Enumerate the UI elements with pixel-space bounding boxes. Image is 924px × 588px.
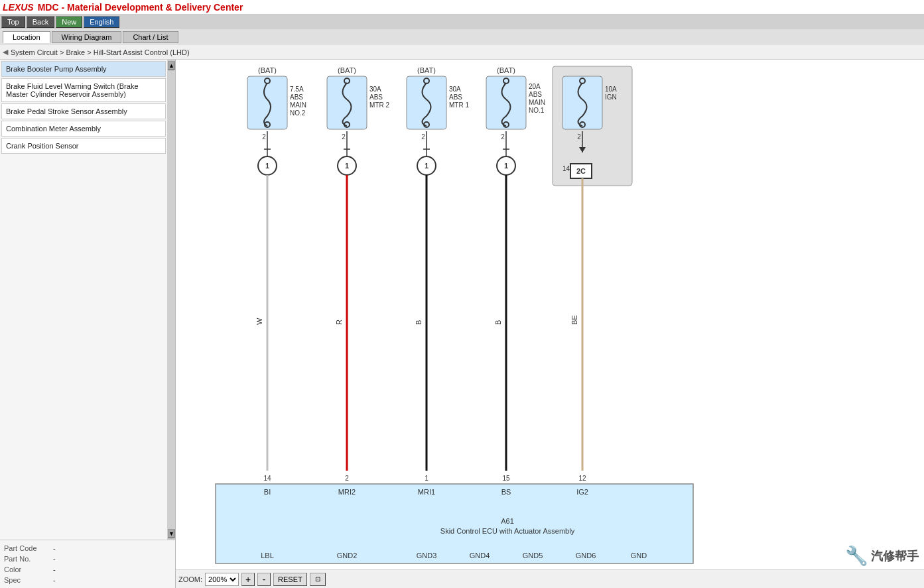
info-panel: Part Code - Part No. - Color - Spec - (0, 540, 175, 588)
back-button[interactable]: Back (27, 16, 54, 28)
sidebar: Brake Booster Pump Assembly Brake Fluid … (0, 60, 176, 588)
sidebar-scroll-up[interactable]: ▲ (168, 61, 174, 70)
svg-text:GND5: GND5 (523, 552, 543, 559)
spec-label: Spec (4, 576, 50, 584)
svg-text:GND2: GND2 (337, 552, 358, 559)
part-code-value: - (53, 544, 56, 552)
sidebar-list: Brake Booster Pump Assembly Brake Fluid … (0, 60, 167, 540)
svg-text:(BAT): (BAT) (497, 66, 515, 74)
svg-text:LBL: LBL (261, 552, 274, 559)
fuse-group-2: (BAT) 30A ABS MTR 2 2 1 R 2 (327, 66, 389, 482)
svg-text:MRI2: MRI2 (338, 488, 356, 496)
color-value: - (53, 565, 56, 573)
svg-text:2: 2 (342, 133, 346, 141)
svg-text:Skid Control ECU with Actuator: Skid Control ECU with Actuator Assembly (440, 527, 575, 535)
header: LEXUS MDC - Material Development & Deliv… (0, 0, 924, 15)
app-title: MDC - Material Development & Delivery Ce… (38, 2, 243, 13)
svg-text:1: 1 (425, 475, 429, 482)
sidebar-scrollbar: ▲ ▼ (167, 60, 175, 540)
fuse-group-5: (IG) 10A IGN 2 14 2C BE 12 (553, 66, 632, 482)
zoom-label: ZOOM: (178, 575, 202, 583)
svg-text:(BAT): (BAT) (417, 66, 436, 74)
svg-text:2: 2 (501, 133, 505, 141)
svg-text:14: 14 (562, 165, 570, 172)
svg-text:1: 1 (425, 162, 429, 170)
svg-text:ABS: ABS (290, 93, 303, 101)
zoom-select[interactable]: 200% 150% 100% 75% 50% (205, 573, 239, 586)
watermark-icon: 🔧 (845, 545, 868, 567)
part-code-label: Part Code (4, 544, 50, 552)
svg-text:2C: 2C (576, 167, 586, 175)
location-tab[interactable]: Location (3, 31, 50, 43)
zoom-out-button[interactable]: - (257, 573, 271, 586)
svg-text:(BAT): (BAT) (258, 66, 277, 74)
sidebar-item-crank-position[interactable]: Crank Position Sensor (1, 138, 166, 154)
svg-text:R: R (335, 320, 343, 325)
reset-button[interactable]: RESET (273, 573, 307, 586)
zoom-in-button[interactable]: + (241, 573, 255, 586)
svg-text:GND3: GND3 (417, 552, 437, 559)
svg-text:1: 1 (504, 162, 508, 170)
svg-text:BI: BI (264, 488, 271, 496)
svg-text:MTR 1: MTR 1 (449, 101, 469, 109)
sidebar-item-brake-fluid[interactable]: Brake Fluid Level Warning Switch (Brake … (1, 78, 166, 102)
sidebar-item-brake-booster[interactable]: Brake Booster Pump Assembly (1, 61, 166, 77)
watermark: 🔧 汽修帮手 (845, 545, 919, 567)
spec-value: - (53, 576, 56, 584)
svg-text:1: 1 (265, 162, 269, 170)
svg-text:2: 2 (577, 133, 581, 141)
sidebar-item-brake-pedal[interactable]: Brake Pedal Stroke Sensor Assembly (1, 103, 166, 119)
toolbar: Top Back New English (0, 15, 924, 29)
svg-text:2: 2 (262, 133, 266, 141)
breadcrumb-text: System Circuit > Brake > Hill-Start Assi… (11, 48, 190, 56)
svg-rect-82 (216, 484, 693, 563)
nav-tabs: Location Wiring Diagram Chart / List (0, 29, 924, 45)
bottom-bar: ZOOM: 200% 150% 100% 75% 50% + - RESET ⊡ (176, 569, 924, 588)
svg-text:30A: 30A (449, 86, 461, 93)
svg-text:A61: A61 (501, 517, 514, 525)
breadcrumb: ◀ System Circuit > Brake > Hill-Start As… (0, 45, 924, 60)
svg-text:MAIN: MAIN (290, 101, 306, 109)
svg-text:30A: 30A (369, 86, 381, 93)
main-layout: Brake Booster Pump Assembly Brake Fluid … (0, 60, 924, 588)
fuse-group-3: (BAT) 30A ABS MTR 1 2 1 B 1 (407, 66, 469, 482)
svg-text:MRI1: MRI1 (418, 488, 435, 496)
watermark-text: 汽修帮手 (871, 548, 919, 564)
svg-text:7.5A: 7.5A (290, 86, 304, 93)
fuse-group-1: (BAT) 7.5A ABS MAIN NO.2 2 1 (247, 66, 306, 482)
part-no-label: Part No. (4, 555, 50, 563)
sidebar-item-combination-meter[interactable]: Combination Meter Assembly (1, 121, 166, 137)
new-button[interactable]: New (56, 16, 82, 28)
svg-text:BS: BS (501, 488, 511, 496)
svg-text:GND: GND (631, 552, 647, 559)
breadcrumb-arrow: ◀ (3, 48, 8, 56)
svg-text:ABS: ABS (449, 93, 462, 101)
svg-text:NO.1: NO.1 (529, 107, 545, 114)
logo: LEXUS (3, 2, 34, 13)
wiring-diagram-tab[interactable]: Wiring Diagram (52, 31, 122, 43)
sidebar-scroll-down[interactable]: ▼ (168, 529, 174, 538)
svg-text:IG2: IG2 (576, 488, 588, 496)
svg-text:2: 2 (345, 475, 349, 482)
fuse-group-4: (BAT) 20A ABS MAIN NO.1 2 1 B 15 (486, 66, 545, 482)
svg-text:12: 12 (578, 475, 586, 482)
svg-text:NO.2: NO.2 (290, 109, 306, 117)
svg-text:10A: 10A (605, 86, 617, 93)
svg-text:20A: 20A (529, 83, 541, 90)
chart-list-tab[interactable]: Chart / List (123, 31, 178, 43)
svg-text:15: 15 (502, 475, 510, 482)
svg-text:W: W (255, 318, 263, 325)
svg-text:B: B (415, 320, 423, 325)
svg-text:GND6: GND6 (576, 552, 596, 559)
svg-text:B: B (494, 320, 502, 325)
svg-text:ABS: ABS (369, 93, 383, 101)
svg-text:(BAT): (BAT) (338, 66, 356, 74)
english-button[interactable]: English (84, 16, 119, 28)
svg-text:2: 2 (421, 133, 425, 141)
svg-text:1: 1 (345, 162, 349, 170)
top-button[interactable]: Top (1, 16, 25, 28)
svg-text:ABS: ABS (529, 91, 542, 98)
fit-button[interactable]: ⊡ (310, 573, 326, 586)
svg-text:14: 14 (263, 475, 271, 482)
wiring-diagram-svg: (BAT) 7.5A ABS MAIN NO.2 2 1 (176, 60, 924, 588)
